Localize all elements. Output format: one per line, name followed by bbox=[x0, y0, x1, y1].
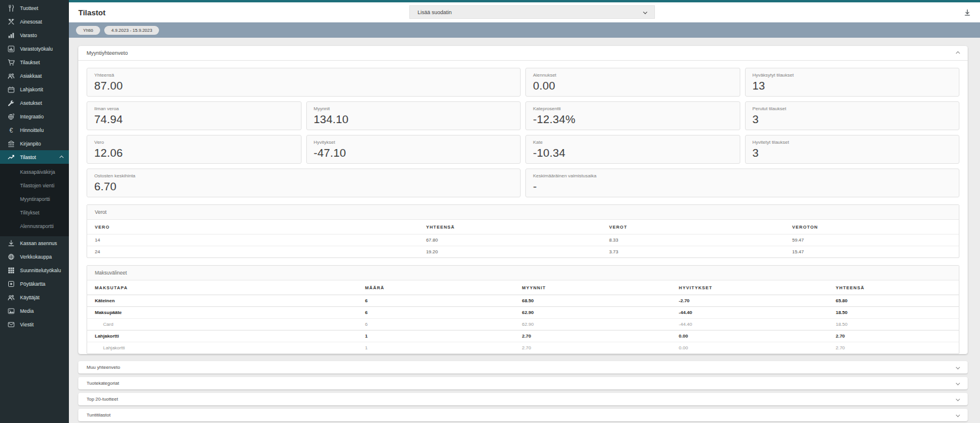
tilastot-submenu: Kassapäiväkirja Tilastojen vienti Myynti… bbox=[0, 164, 69, 236]
stat-label: Hyvitykset bbox=[314, 140, 514, 145]
stat-card-kateprosentti: Kateprosentti -12.34% bbox=[525, 101, 740, 130]
stat-card-ilman-veroa: Ilman veroa 74.94 bbox=[87, 101, 302, 130]
cell: Lahjakortti bbox=[87, 331, 357, 342]
sales-summary-header[interactable]: Myyntiyhteenveto bbox=[78, 46, 968, 61]
page-header: Tilastot Lisää suodatin bbox=[69, 2, 980, 22]
users-icon bbox=[7, 294, 15, 301]
add-filter-dropdown[interactable]: Lisää suodatin bbox=[409, 5, 655, 19]
sidebar-item-label: Asiakkaat bbox=[20, 73, 42, 79]
sidebar-item-label: Suunnittelutyökalu bbox=[20, 267, 61, 273]
sidebar-item-media[interactable]: Media bbox=[0, 304, 69, 318]
stat-card-yhteensa: Yhteensä 87.00 bbox=[87, 68, 521, 97]
sidebar-item-label: Integraatio bbox=[20, 114, 44, 120]
download-button[interactable] bbox=[962, 8, 972, 17]
table-map-icon bbox=[7, 280, 15, 287]
cell: 1 bbox=[357, 331, 514, 342]
sidebar-item-hinnoittelu[interactable]: € Hinnoittelu bbox=[0, 123, 69, 137]
table-row: 24 19.20 3.73 15.47 bbox=[87, 246, 959, 258]
filter-chip-company[interactable]: Yhtiö bbox=[76, 26, 100, 35]
cart-icon bbox=[7, 59, 15, 66]
cell: -2.70 bbox=[671, 295, 828, 307]
sidebar-item-tuotteet[interactable]: Tuotteet bbox=[0, 1, 69, 15]
section-top-20-tuotteet[interactable]: Top 20-tuotteet bbox=[78, 393, 968, 405]
sidebar-item-lahjakortit[interactable]: Lahjakortit bbox=[0, 82, 69, 96]
submenu-item-kassapaivakirja[interactable]: Kassapäiväkirja bbox=[0, 166, 69, 179]
cell: 65.80 bbox=[828, 295, 959, 307]
sidebar-item-verkkokauppa[interactable]: Verkkokauppa bbox=[0, 250, 69, 263]
sidebar-item-varastotyokalu[interactable]: Varastotyökalu bbox=[0, 42, 69, 55]
section-label: Muu yhteenveto bbox=[87, 365, 120, 370]
section-muu-yhteenveto[interactable]: Muu yhteenveto bbox=[78, 361, 968, 374]
stat-label: Myynnit bbox=[314, 106, 514, 111]
bank-icon bbox=[7, 140, 15, 147]
stat-value: 0.00 bbox=[533, 80, 733, 92]
sidebar-item-kirjanpito[interactable]: Kirjanpito bbox=[0, 137, 69, 150]
stat-card-hyvitykset: Hyvitykset -47.10 bbox=[306, 135, 521, 164]
sidebar-item-label: Tilastot bbox=[20, 154, 36, 160]
svg-text:€: € bbox=[9, 127, 13, 134]
wrench-icon bbox=[7, 100, 15, 107]
table-row: Käteinen 6 68.50 -2.70 65.80 bbox=[87, 295, 959, 307]
submenu-item-tilitykset[interactable]: Tilitykset bbox=[0, 206, 69, 220]
sidebar-item-asiakkaat[interactable]: Asiakkaat bbox=[0, 69, 69, 82]
crossed-utensils-icon bbox=[7, 18, 15, 25]
globe-sync-icon bbox=[7, 113, 15, 120]
chevron-down-icon bbox=[956, 397, 960, 401]
section-tuntitilastot[interactable]: Tuntitilastot bbox=[78, 409, 968, 421]
cell: 19.20 bbox=[418, 246, 601, 258]
table-row: Maksupääte 6 62.90 -44.40 18.50 bbox=[87, 307, 959, 319]
payments-table: MAKSUTAPA MÄÄRÄ MYYNNIT HYVITYKSET YHTEE… bbox=[87, 280, 959, 353]
trend-icon bbox=[7, 154, 15, 161]
sidebar-item-tilastot[interactable]: Tilastot bbox=[0, 150, 69, 164]
stat-value: 134.10 bbox=[314, 113, 514, 126]
sidebar-item-integraatio[interactable]: Integraatio bbox=[0, 110, 69, 123]
download-icon bbox=[964, 9, 971, 16]
table-row: 14 67.80 8.33 59.47 bbox=[87, 234, 959, 246]
sidebar-item-label: Kassan asennus bbox=[20, 240, 57, 246]
sidebar-item-label: Varasto bbox=[20, 32, 37, 38]
sidebar-item-suunnittelutyokalu[interactable]: Suunnittelutyökalu bbox=[0, 263, 69, 277]
cell: 68.50 bbox=[514, 295, 671, 307]
stat-card-alennukset: Alennukset 0.00 bbox=[525, 68, 740, 97]
section-label: Top 20-tuotteet bbox=[87, 396, 118, 402]
submenu-item-myyntiraportti[interactable]: Myyntiraportti bbox=[0, 193, 69, 206]
sidebar-item-viestit[interactable]: Viestit bbox=[0, 318, 69, 331]
column-header: HYVITYKSET bbox=[671, 280, 828, 295]
chevron-down-icon bbox=[956, 365, 960, 369]
stat-value: -12.34% bbox=[533, 113, 733, 126]
filter-chip-daterange[interactable]: 4.9.2023 - 15.9.2023 bbox=[104, 26, 159, 35]
stat-value: - bbox=[533, 180, 952, 193]
chevron-down-icon bbox=[956, 413, 960, 417]
stat-card-kate: Kate -10.34 bbox=[525, 135, 740, 164]
summary-cards-grid: Yhteensä 87.00 Alennukset 0.00 Hyväksyty… bbox=[78, 61, 968, 204]
cell: 18.50 bbox=[828, 319, 959, 331]
sidebar-item-kayttajat[interactable]: Käyttäjät bbox=[0, 290, 69, 304]
submenu-item-alennusraportti[interactable]: Alennusraportti bbox=[0, 220, 69, 233]
stat-label: Keskimääräinen valmistusaika bbox=[533, 173, 952, 179]
cell: 67.80 bbox=[418, 234, 601, 246]
sidebar-item-kassan-asennus[interactable]: Kassan asennus bbox=[0, 236, 69, 250]
sidebar-item-asetukset[interactable]: Asetukset bbox=[0, 96, 69, 110]
submenu-item-tilastojen-vienti[interactable]: Tilastojen vienti bbox=[0, 179, 69, 193]
sidebar-item-varasto[interactable]: Varasto bbox=[0, 28, 69, 42]
sidebar-item-ainesosat[interactable]: Ainesosat bbox=[0, 15, 69, 28]
stat-card-vero: Vero 12.06 bbox=[87, 135, 302, 164]
stat-value: -10.34 bbox=[533, 147, 733, 160]
cell: 62.90 bbox=[514, 319, 671, 331]
stat-card-ostosten-keskihinta: Ostosten keskihinta 6.70 bbox=[87, 168, 521, 197]
sidebar-item-label: Tuotteet bbox=[20, 5, 38, 11]
cell: Lahjakortti bbox=[87, 342, 357, 354]
stat-label: Hyväksytyt tilaukset bbox=[753, 72, 952, 78]
globe-icon bbox=[7, 253, 15, 260]
cell: 8.33 bbox=[601, 234, 784, 246]
stat-value: -47.10 bbox=[314, 147, 514, 160]
section-tuotekategoriat[interactable]: Tuotekategoriat bbox=[78, 377, 968, 389]
payments-table-box: Maksuvälineet MAKSUTAPA MÄÄRÄ MYYNNIT HY… bbox=[87, 265, 959, 354]
sidebar-item-label: Kirjanpito bbox=[20, 141, 41, 147]
cell: Käteinen bbox=[87, 295, 357, 307]
taxes-table-box: Verot VERO YHTEENSÄ VEROT VEROTON bbox=[87, 204, 959, 258]
sidebar-item-tilaukset[interactable]: Tilaukset bbox=[0, 55, 69, 69]
sidebar-item-poytakartta[interactable]: Pöytäkartta bbox=[0, 277, 69, 290]
stat-label: Perutut tilaukset bbox=[753, 106, 952, 111]
cell: 24 bbox=[87, 246, 418, 258]
